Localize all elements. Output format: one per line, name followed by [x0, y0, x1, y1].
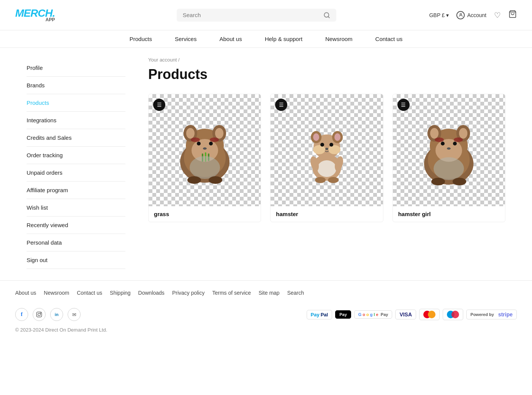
sidebar-item-wishlist[interactable]: Wish list [27, 199, 125, 216]
svg-point-48 [453, 142, 457, 145]
svg-rect-55 [36, 312, 41, 317]
footer-link-about[interactable]: About us [15, 290, 36, 296]
hamster-girl-product-image [411, 112, 487, 188]
svg-point-54 [453, 178, 466, 185]
svg-point-52 [434, 157, 464, 180]
product-menu-button-hamster[interactable]: ☰ [275, 99, 287, 111]
svg-point-2 [460, 13, 461, 15]
account-icon [456, 11, 465, 19]
payment-icons: PayPal Pay Google Pay VISA Powered [307, 309, 517, 320]
nav-services[interactable]: Services [175, 36, 197, 42]
sidebar-item-credits[interactable]: Credits and Sales [27, 129, 125, 147]
footer-link-downloads[interactable]: Downloads [138, 290, 165, 296]
sidebar-item-unpaid-orders[interactable]: Unpaid orders [27, 164, 125, 182]
nav-about[interactable]: About us [219, 36, 242, 42]
stripe-badge: Powered by stripe [466, 310, 517, 319]
svg-line-1 [328, 16, 329, 17]
copyright: © 2023-2024 Direct On Demand Print Ltd. [0, 327, 532, 340]
svg-point-14 [203, 147, 207, 150]
currency-label: GBP £ [429, 12, 445, 18]
product-name-hamster: hamster [271, 206, 383, 222]
nav-help[interactable]: Help & support [265, 36, 302, 42]
product-card-hamster-girl[interactable]: ☰ [393, 94, 505, 222]
paypal-badge: PayPal [307, 310, 332, 319]
instagram-icon[interactable] [33, 308, 46, 321]
sidebar-item-integrations[interactable]: Integrations [27, 112, 125, 129]
main-layout: Profile Brands Products Integrations Cre… [19, 48, 513, 280]
search-box[interactable] [177, 9, 336, 22]
social-links: f in ✉ [15, 308, 81, 321]
product-card-grass[interactable]: ☰ [148, 94, 261, 222]
sidebar-item-order-tracking[interactable]: Order tracking [27, 147, 125, 164]
account-button[interactable]: Account [456, 11, 486, 19]
nav-newsroom[interactable]: Newsroom [325, 36, 353, 42]
footer-link-shipping[interactable]: Shipping [110, 290, 131, 296]
svg-point-15 [191, 137, 200, 142]
nav-products[interactable]: Products [130, 36, 152, 42]
main-nav: Products Services About us Help & suppor… [0, 30, 532, 48]
svg-point-29 [313, 145, 325, 154]
products-grid: ☰ [148, 94, 505, 222]
svg-point-30 [328, 145, 340, 154]
search-icon [323, 12, 330, 19]
google-pay-badge: Google Pay [354, 310, 393, 319]
menu-icon: ☰ [157, 102, 162, 107]
product-name-hamster-girl: hamster girl [393, 206, 505, 222]
footer-link-search[interactable]: Search [287, 290, 304, 296]
svg-point-22 [209, 176, 222, 184]
search-input[interactable] [183, 12, 320, 18]
main-content: Your account / Products ☰ [141, 48, 505, 280]
sidebar-item-brands[interactable]: Brands [27, 77, 125, 94]
sidebar-item-recently-viewed[interactable]: Recently viewed [27, 216, 125, 234]
account-label: Account [467, 12, 486, 18]
sidebar-item-affiliate[interactable]: Affiliate program [27, 182, 125, 199]
wishlist-icon[interactable]: ♡ [494, 11, 501, 20]
product-thumbnail-grass: ☰ [149, 94, 261, 206]
cart-icon[interactable] [508, 10, 517, 20]
hamster-product-image [289, 112, 365, 188]
search-area [84, 9, 429, 22]
svg-point-38 [328, 177, 339, 183]
product-card-hamster[interactable]: ☰ [270, 94, 383, 222]
header-right: GBP £ ▾ Account ♡ [429, 10, 517, 20]
sidebar-item-personal-data[interactable]: Personal data [27, 234, 125, 251]
svg-point-26 [313, 133, 319, 141]
visa-badge: VISA [395, 310, 416, 319]
chevron-down-icon: ▾ [446, 12, 449, 18]
footer-link-newsroom[interactable]: Newsroom [44, 290, 69, 296]
logo-sub: APP [15, 17, 55, 22]
product-thumbnail-hamster: ☰ [271, 94, 383, 206]
svg-point-31 [320, 143, 324, 147]
footer-link-sitemap[interactable]: Site map [258, 290, 279, 296]
email-icon[interactable]: ✉ [68, 308, 81, 321]
svg-point-43 [430, 128, 439, 139]
footer: About us Newsroom Contact us Shipping Do… [0, 280, 532, 340]
logo[interactable]: MERCH. APP [15, 8, 84, 22]
sidebar-item-signout[interactable]: Sign out [27, 251, 125, 269]
mastercard-badge [419, 309, 440, 320]
linkedin-icon[interactable]: in [50, 308, 63, 321]
grass-product-image [167, 112, 243, 188]
footer-link-privacy[interactable]: Privacy policy [172, 290, 205, 296]
nav-contact[interactable]: Contact us [375, 36, 403, 42]
svg-point-37 [315, 177, 326, 183]
svg-point-45 [459, 128, 467, 139]
svg-point-32 [329, 143, 333, 147]
footer-link-contact[interactable]: Contact us [77, 290, 102, 296]
svg-point-13 [209, 142, 213, 145]
footer-link-terms[interactable]: Terms of service [212, 290, 251, 296]
product-menu-button-grass[interactable]: ☰ [153, 99, 165, 111]
svg-point-57 [40, 313, 41, 313]
menu-icon: ☰ [401, 102, 406, 107]
sidebar-item-products[interactable]: Products [27, 94, 125, 112]
currency-selector[interactable]: GBP £ ▾ [429, 12, 449, 18]
breadcrumb: Your account / [148, 57, 505, 63]
breadcrumb-text: Your account / [148, 57, 180, 63]
product-menu-button-hamster-girl[interactable]: ☰ [397, 99, 410, 111]
apple-pay-badge: Pay [335, 310, 351, 319]
maestro-badge [443, 309, 463, 320]
svg-point-50 [435, 137, 444, 142]
svg-point-33 [325, 148, 328, 150]
facebook-icon[interactable]: f [15, 308, 28, 321]
sidebar-item-profile[interactable]: Profile [27, 59, 125, 77]
